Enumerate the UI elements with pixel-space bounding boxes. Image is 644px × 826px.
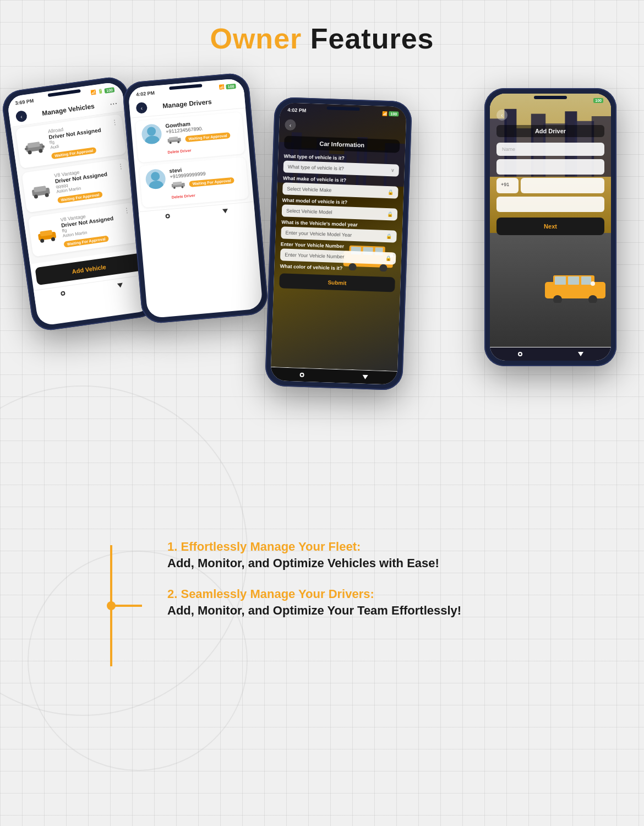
features-text: 1. Effortlessly Manage Your Fleet: Add, … [167, 540, 589, 634]
phone1-time: 3:69 PM [15, 98, 34, 106]
page-header: Owner Features [0, 0, 644, 66]
back-nav-icon[interactable] [222, 209, 228, 214]
taxi-car [542, 270, 608, 303]
home-nav-icon[interactable] [61, 291, 66, 296]
avatar-icon [145, 169, 166, 190]
name-input[interactable]: Name [496, 143, 604, 156]
table-row: V8 Vantage Driver Not Assigned ffg Aston… [28, 202, 139, 257]
chevron-down-icon: ∨ [391, 167, 395, 173]
driver-input-2[interactable] [496, 159, 604, 175]
phone-input-row: +91 [496, 178, 604, 193]
svg-rect-4 [25, 148, 28, 150]
phone3-status-icons: 📶 100 [381, 111, 399, 116]
driver-info: stevi +919999999999 Waiting For Approval [169, 162, 243, 201]
feature-2-subtitle: Add, Monitor, and Optimize Your Team Eff… [167, 604, 589, 618]
car-info-form: ‹ Car Information What type of vehicle i… [274, 115, 406, 297]
delete-driver-button[interactable]: Delete Driver [171, 193, 195, 199]
driver-avatar [145, 169, 166, 190]
list-item: Gowtham +911234567890. Waiting For Appro… [135, 112, 245, 163]
timeline-connector [110, 605, 142, 607]
vehicle-dots-menu[interactable]: ⋮ [117, 162, 124, 171]
phone1-dots-menu[interactable]: ⋯ [109, 99, 118, 108]
vehicle-color-label: What color of vehicle is it? [280, 263, 395, 273]
phone-car-information: 4:02 PM 📶 100 ‹ Car Information What typ… [265, 97, 412, 390]
vehicle-number-input[interactable]: Enter Your Vehicle Number 🔒 [280, 248, 396, 264]
driver-input-3[interactable] [496, 197, 604, 212]
avatar-icon [141, 123, 162, 145]
car-info-title: Car Information [284, 135, 400, 153]
driver-info: Gowtham +911234567890. Waiting For Appro… [165, 117, 239, 156]
phone1-title: Manage Vehicles [41, 102, 95, 117]
vehicle-type-dropdown[interactable]: What type of vehicle is it? ∨ [283, 160, 399, 176]
home-nav-icon[interactable] [165, 214, 170, 219]
vehicle-model-dropdown[interactable]: Select Vehicle Model 🔒 [282, 204, 398, 220]
lock-icon: 🔒 [386, 233, 392, 239]
back-nav-icon[interactable] [117, 283, 123, 288]
back-nav-icon[interactable] [578, 352, 583, 356]
car-icon-orange [35, 226, 59, 244]
phone1-status-icons: 📶 🔋 100 [90, 87, 115, 95]
svg-rect-55 [555, 276, 566, 285]
timeline-dot [107, 601, 116, 610]
list-item: stevi +919999999999 Waiting For Approval [139, 157, 249, 208]
car-icon [23, 137, 47, 155]
svg-rect-57 [581, 276, 591, 285]
feature-2-title: 2. Seamlessly Manage Your Drivers: [167, 587, 589, 601]
phone-prefix[interactable]: +91 [496, 178, 519, 193]
svg-point-15 [145, 135, 160, 145]
phone4-back-button[interactable]: ‹ [496, 110, 507, 121]
vehicle-info: Allroad Driver Not Assigned ffg Audi Wai… [47, 119, 121, 160]
phone4-bottom-nav [490, 347, 611, 361]
waiting-badge: Waiting For Approval [63, 235, 109, 247]
svg-point-20 [151, 172, 160, 181]
lock-icon: 🔒 [388, 189, 394, 195]
delete-driver-button[interactable]: Delete Driver [167, 148, 192, 154]
back-nav-icon[interactable] [362, 375, 368, 379]
phone-manage-drivers: 4:02 PM 📶 100 ‹ Manage Drivers [122, 72, 269, 324]
phone2-title: Manage Drivers [162, 98, 212, 110]
waiting-badge: Waiting For Approval [189, 177, 234, 187]
feature-1-subtitle: Add, Monitor, and Optimize Vehicles with… [167, 556, 589, 570]
phone3-time: 4:02 PM [287, 107, 306, 113]
phone2-time: 4:02 PM [136, 90, 155, 97]
add-driver-title: Add Driver [496, 125, 604, 137]
phone1-back-button[interactable]: ‹ [15, 110, 28, 123]
vehicle-dots-menu[interactable]: ⋮ [123, 206, 131, 215]
next-button[interactable]: Next [496, 218, 604, 235]
driver-avatar [141, 123, 162, 145]
phone3-back-button[interactable]: ‹ [285, 119, 296, 131]
phones-area: 3:69 PM 📶 🔋 100 ‹ Manage Vehicles ⋯ [0, 66, 644, 523]
home-nav-icon[interactable] [300, 373, 304, 377]
small-car-icon [170, 180, 186, 189]
lock-icon: 🔒 [385, 256, 391, 261]
submit-button[interactable]: Submit [279, 273, 395, 292]
phone-add-driver: 100 ‹ Add Driver Name [484, 88, 616, 366]
page-title: Owner Features [0, 22, 644, 55]
title-black: Features [302, 23, 434, 55]
phone4-status-bar: 100 [490, 94, 611, 105]
phone2-status-icons: 📶 100 [219, 83, 236, 90]
waiting-badge: Waiting For Approval [57, 191, 103, 203]
feature-item-1: 1. Effortlessly Manage Your Fleet: Add, … [167, 540, 589, 570]
small-car-icon [166, 135, 182, 145]
feature-item-2: 2. Seamlessly Manage Your Drivers: Add, … [167, 587, 589, 618]
phone2-back-button[interactable]: ‹ [135, 102, 148, 114]
vehicle-make-dropdown[interactable]: Select Vehicle Make 🔒 [282, 182, 399, 198]
svg-point-14 [146, 127, 156, 136]
vehicle-info: V8 Vantage Driver Not Assigned qqqqq Ast… [54, 163, 127, 204]
title-orange: Owner [210, 23, 302, 55]
car-icon [29, 182, 53, 200]
model-year-input[interactable]: Enter your Vehicle Model Year 🔒 [281, 226, 397, 242]
feature-1-title: 1. Effortlessly Manage Your Fleet: [167, 540, 589, 554]
svg-rect-5 [42, 145, 45, 148]
home-nav-icon[interactable] [518, 352, 522, 356]
svg-point-21 [149, 180, 163, 190]
car-info-background: 4:02 PM 📶 100 ‹ Car Information What typ… [271, 102, 407, 371]
vehicle-dots-menu[interactable]: ⋮ [111, 118, 118, 127]
svg-rect-56 [568, 276, 579, 285]
phone-number-input[interactable] [521, 178, 604, 193]
add-driver-background: 100 ‹ Add Driver Name [490, 94, 611, 347]
features-section: 1. Effortlessly Manage Your Fleet: Add, … [0, 523, 644, 699]
vehicle-info: V8 Vantage Driver Not Assigned ffg Aston… [60, 208, 133, 248]
add-driver-form: ‹ Add Driver Name +91 [490, 105, 611, 240]
